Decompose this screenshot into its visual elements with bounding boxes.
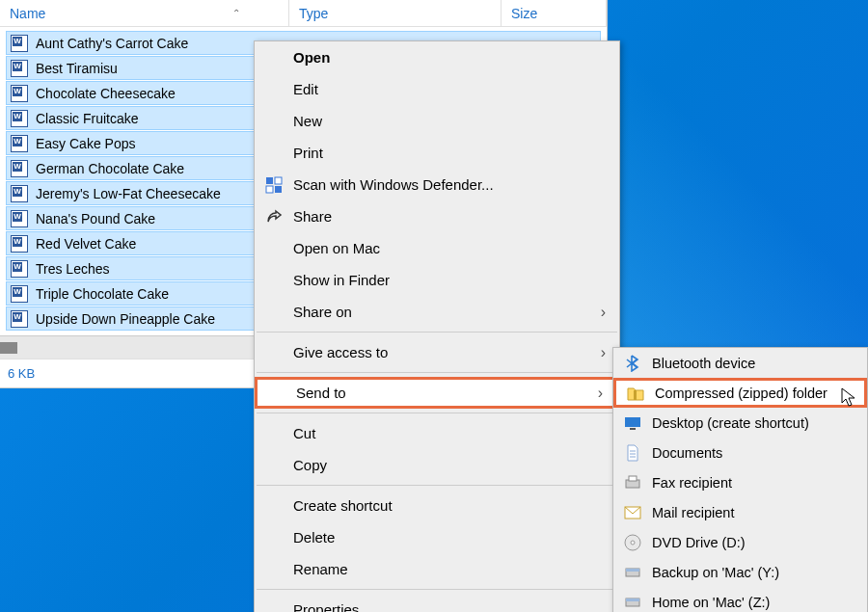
submenu-dvd-label: DVD Drive (D:) — [652, 535, 746, 550]
menu-separator — [257, 412, 617, 413]
menu-share[interactable]: Share — [255, 200, 619, 232]
file-name-label: Easy Cake Pops — [36, 136, 136, 151]
submenu-bluetooth[interactable]: Bluetooth device — [613, 348, 867, 378]
submenu-desktop-label: Desktop (create shortcut) — [652, 415, 809, 431]
menu-cut-label: Cut — [293, 425, 315, 441]
network-drive-icon — [623, 563, 642, 582]
share-icon — [264, 207, 284, 226]
file-name-label: Classic Fruitcake — [36, 111, 139, 126]
menu-send-to[interactable]: Send to › — [255, 377, 619, 409]
menu-copy[interactable]: Copy — [255, 449, 619, 481]
file-name-label: Nana's Pound Cake — [36, 211, 155, 226]
submenu-documents[interactable]: Documents — [613, 438, 867, 467]
header-type-label: Type — [299, 6, 328, 21]
word-document-icon — [11, 260, 28, 278]
word-document-icon — [11, 310, 28, 328]
submenu-backup[interactable]: Backup on 'Mac' (Y:) — [613, 557, 867, 587]
word-document-icon — [11, 235, 28, 253]
menu-create-shortcut[interactable]: Create shortcut — [255, 490, 619, 521]
menu-show-finder[interactable]: Show in Finder — [255, 264, 619, 296]
submenu-desktop[interactable]: Desktop (create shortcut) — [613, 408, 867, 438]
fax-icon — [623, 473, 642, 492]
file-name-label: Upside Down Pineapple Cake — [36, 311, 215, 327]
file-name-label: Red Velvet Cake — [36, 236, 136, 252]
word-document-icon — [11, 110, 28, 127]
sort-indicator-icon: ⌃ — [232, 8, 240, 18]
submenu-backup-label: Backup on 'Mac' (Y:) — [652, 565, 779, 580]
word-document-icon — [11, 285, 28, 303]
svg-rect-3 — [275, 186, 282, 193]
file-name-label: Chocolate Cheesecake — [36, 86, 176, 101]
svg-rect-2 — [266, 186, 273, 193]
bluetooth-icon — [623, 354, 642, 373]
menu-give-access[interactable]: Give access to › — [255, 336, 619, 368]
submenu-home-label: Home on 'Mac' (Z:) — [652, 595, 770, 610]
word-document-icon — [11, 210, 28, 227]
menu-edit-label: Edit — [293, 81, 318, 97]
file-name-label: Aunt Cathy's Carrot Cake — [36, 36, 188, 51]
menu-open-mac-label: Open on Mac — [293, 240, 380, 256]
menu-open[interactable]: Open — [255, 41, 619, 73]
menu-new[interactable]: New — [255, 105, 619, 137]
header-name-label: Name — [10, 6, 45, 21]
menu-print-label: Print — [293, 145, 323, 161]
menu-new-label: New — [293, 113, 322, 129]
menu-share-on[interactable]: Share on › — [255, 296, 619, 328]
documents-icon — [623, 443, 642, 463]
context-menu: Open Edit New Print Scan with Windows De… — [254, 40, 620, 612]
submenu-home[interactable]: Home on 'Mac' (Z:) — [613, 587, 867, 612]
status-text: 6 KB — [8, 366, 35, 381]
svg-rect-4 — [634, 390, 637, 400]
menu-properties-label: Properties — [293, 601, 359, 612]
file-name-label: Best Tiramisu — [36, 61, 118, 76]
header-name[interactable]: Name ⌃ — [0, 0, 289, 26]
menu-copy-label: Copy — [293, 457, 327, 473]
submenu-compressed-folder[interactable]: Compressed (zipped) folder — [613, 378, 867, 408]
menu-cut[interactable]: Cut — [255, 417, 619, 449]
menu-scan-defender[interactable]: Scan with Windows Defender... — [255, 169, 619, 200]
submenu-dvd[interactable]: DVD Drive (D:) — [613, 527, 867, 557]
send-to-submenu: Bluetooth device Compressed (zipped) fol… — [612, 347, 868, 612]
header-size[interactable]: Size — [502, 0, 607, 26]
svg-rect-5 — [625, 417, 640, 427]
menu-delete-label: Delete — [293, 529, 335, 545]
svg-rect-6 — [630, 428, 636, 430]
file-name-label: Jeremy's Low-Fat Cheesecake — [36, 186, 221, 201]
submenu-bluetooth-label: Bluetooth device — [652, 356, 755, 371]
menu-print[interactable]: Print — [255, 137, 619, 169]
menu-separator — [257, 589, 617, 590]
submenu-fax[interactable]: Fax recipient — [613, 467, 867, 497]
chevron-right-icon: › — [601, 304, 606, 321]
word-document-icon — [11, 160, 28, 177]
zip-folder-icon — [626, 384, 645, 403]
menu-send-to-label: Send to — [296, 385, 346, 401]
header-size-label: Size — [511, 6, 537, 21]
menu-edit[interactable]: Edit — [255, 73, 619, 105]
word-document-icon — [11, 85, 28, 102]
menu-rename[interactable]: Rename — [255, 553, 619, 585]
word-document-icon — [11, 60, 28, 77]
menu-properties[interactable]: Properties — [255, 594, 619, 612]
word-document-icon — [11, 35, 28, 52]
menu-delete[interactable]: Delete — [255, 521, 619, 553]
network-drive-icon — [623, 593, 642, 612]
submenu-mail[interactable]: Mail recipient — [613, 497, 867, 527]
submenu-compressed-label: Compressed (zipped) folder — [655, 386, 827, 401]
svg-rect-1 — [275, 177, 282, 184]
chevron-right-icon: › — [598, 385, 603, 402]
menu-create-shortcut-label: Create shortcut — [293, 497, 393, 514]
chevron-right-icon: › — [601, 344, 606, 361]
menu-open-mac[interactable]: Open on Mac — [255, 232, 619, 264]
menu-separator — [257, 485, 617, 486]
menu-share-label: Share — [293, 208, 332, 225]
menu-share-on-label: Share on — [293, 304, 352, 320]
menu-separator — [257, 372, 617, 373]
menu-separator — [257, 332, 617, 333]
desktop-icon — [623, 413, 642, 433]
word-document-icon — [11, 185, 28, 202]
menu-give-access-label: Give access to — [293, 344, 388, 360]
svg-rect-15 — [626, 599, 639, 601]
mail-icon — [623, 503, 642, 522]
header-type[interactable]: Type — [289, 0, 502, 26]
word-document-icon — [11, 135, 28, 152]
